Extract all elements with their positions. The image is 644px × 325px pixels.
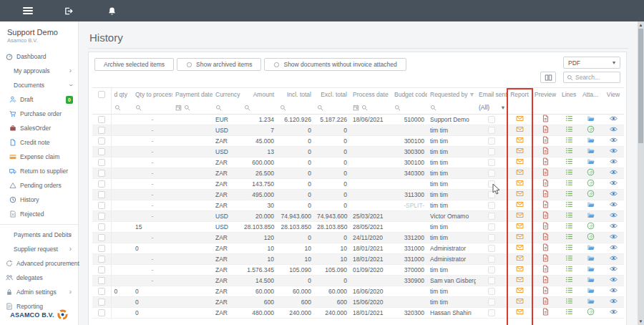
cell-lines[interactable] xyxy=(559,243,579,253)
email-sent-checkbox[interactable] xyxy=(488,299,495,306)
cell-report[interactable] xyxy=(507,146,532,157)
cell-report[interactable] xyxy=(507,232,532,243)
cell-atta[interactable] xyxy=(579,264,602,275)
sidebar-item-pending-orders[interactable]: Pending orders xyxy=(0,178,78,193)
column-header-process-date[interactable]: Process date xyxy=(350,88,391,101)
cell-lines[interactable] xyxy=(559,146,579,157)
row-checkbox[interactable] xyxy=(98,256,105,263)
email-sent-checkbox[interactable] xyxy=(488,223,495,231)
cell-view[interactable] xyxy=(602,189,624,200)
cell-preview[interactable] xyxy=(532,307,559,318)
column-header-view[interactable]: View xyxy=(602,88,624,101)
export-format-select[interactable]: PDF ▾ xyxy=(563,57,620,69)
cell-view[interactable] xyxy=(602,200,624,210)
email-sent-checkbox[interactable] xyxy=(488,159,495,166)
cell-report[interactable] xyxy=(507,221,532,232)
row-checkbox[interactable] xyxy=(98,170,105,177)
cell-report[interactable] xyxy=(507,243,532,253)
cell-atta[interactable] xyxy=(579,200,602,210)
cell-preview[interactable] xyxy=(532,189,559,200)
email-sent-checkbox[interactable] xyxy=(488,288,495,295)
cell-view[interactable] xyxy=(602,146,624,157)
cell-preview[interactable] xyxy=(532,200,559,210)
cell-lines[interactable] xyxy=(559,200,579,210)
row-checkbox[interactable] xyxy=(98,288,105,295)
cell-atta[interactable] xyxy=(579,125,602,135)
email-sent-checkbox[interactable] xyxy=(488,213,495,220)
column-header-preview[interactable]: Preview xyxy=(532,88,559,101)
cell-lines[interactable] xyxy=(559,307,579,318)
row-checkbox[interactable] xyxy=(98,137,105,145)
column-header-qty-to-process[interactable]: Qty to process xyxy=(132,88,172,101)
cell-view[interactable] xyxy=(602,221,624,232)
cell-lines[interactable] xyxy=(559,210,579,221)
cell-preview[interactable] xyxy=(532,168,559,178)
cell-preview[interactable] xyxy=(532,135,559,146)
logout-icon[interactable] xyxy=(64,6,73,16)
sidebar-item-documents[interactable]: Documents› xyxy=(0,78,78,92)
email-sent-checkbox[interactable] xyxy=(488,127,495,134)
cell-report[interactable] xyxy=(507,210,532,221)
column-header-select[interactable] xyxy=(92,88,111,101)
sidebar-item-rejected[interactable]: Rejected xyxy=(0,207,78,221)
row-checkbox[interactable] xyxy=(98,127,105,134)
cell-report[interactable] xyxy=(507,200,532,210)
cell-view[interactable] xyxy=(602,243,624,253)
cell-lines[interactable] xyxy=(559,125,579,135)
email-sent-checkbox[interactable] xyxy=(488,170,495,177)
cell-atta[interactable] xyxy=(579,286,602,296)
sidebar-item-advanced-procurement[interactable]: Advanced procurement› xyxy=(0,256,78,271)
cell-atta[interactable] xyxy=(579,135,602,146)
select-all-checkbox[interactable] xyxy=(98,91,105,98)
cell-view[interactable] xyxy=(602,232,624,243)
cell-lines[interactable] xyxy=(559,221,579,232)
cell-lines[interactable] xyxy=(559,189,579,200)
cell-atta[interactable] xyxy=(579,210,602,221)
row-checkbox[interactable] xyxy=(98,159,105,166)
column-header-requested-by[interactable]: Requested by xyxy=(427,88,476,101)
cell-preview[interactable] xyxy=(532,221,559,232)
cell-atta[interactable] xyxy=(579,243,602,253)
cell-preview[interactable] xyxy=(532,210,559,221)
cell-lines[interactable] xyxy=(559,253,579,264)
cell-report[interactable] xyxy=(507,296,532,307)
show-archived-button[interactable]: Show archived items xyxy=(177,58,261,71)
cell-preview[interactable] xyxy=(532,125,559,135)
sidebar-item-supplier-request[interactable]: Supplier request› xyxy=(0,242,78,256)
cell-preview[interactable] xyxy=(532,114,559,125)
cell-preview[interactable] xyxy=(532,157,559,168)
cell-atta[interactable] xyxy=(579,307,602,318)
email-sent-checkbox[interactable] xyxy=(488,266,495,273)
cell-view[interactable] xyxy=(602,135,624,146)
cell-report[interactable] xyxy=(507,253,532,264)
cell-view[interactable] xyxy=(602,168,624,178)
email-sent-checkbox[interactable] xyxy=(488,148,495,155)
cell-report[interactable] xyxy=(507,178,532,189)
cell-view[interactable] xyxy=(602,264,624,275)
cell-report[interactable] xyxy=(507,135,532,146)
cell-report[interactable] xyxy=(507,275,532,286)
sidebar-item-my-approvals[interactable]: My approvals› xyxy=(0,64,78,78)
bell-icon[interactable] xyxy=(107,6,117,16)
cell-preview[interactable] xyxy=(532,275,559,286)
cell-lines[interactable] xyxy=(559,135,579,146)
sidebar-item-salesorder[interactable]: SalesOrder xyxy=(0,121,78,135)
sidebar-item-expense-claim[interactable]: Expense claim xyxy=(0,150,78,164)
archive-selected-button[interactable]: Archive selected items xyxy=(94,58,174,71)
email-sent-checkbox[interactable] xyxy=(488,202,495,209)
cell-preview[interactable] xyxy=(532,253,559,264)
cell-lines[interactable] xyxy=(559,296,579,307)
cell-view[interactable] xyxy=(602,253,624,264)
cell-atta[interactable] xyxy=(579,157,602,168)
column-header-d-qty[interactable]: d qty xyxy=(111,88,132,101)
row-checkbox[interactable] xyxy=(98,277,105,284)
cell-report[interactable] xyxy=(507,264,532,275)
sidebar-item-return-to-supplier[interactable]: Return to supplier xyxy=(0,164,78,178)
sidebar-item-delegates[interactable]: delegates xyxy=(0,271,78,285)
menu-icon[interactable] xyxy=(23,7,33,14)
row-checkbox[interactable] xyxy=(98,213,105,220)
column-header-lines[interactable]: Lines xyxy=(559,88,579,101)
cell-view[interactable] xyxy=(602,157,624,168)
cell-preview[interactable] xyxy=(532,178,559,189)
cell-lines[interactable] xyxy=(559,275,579,286)
